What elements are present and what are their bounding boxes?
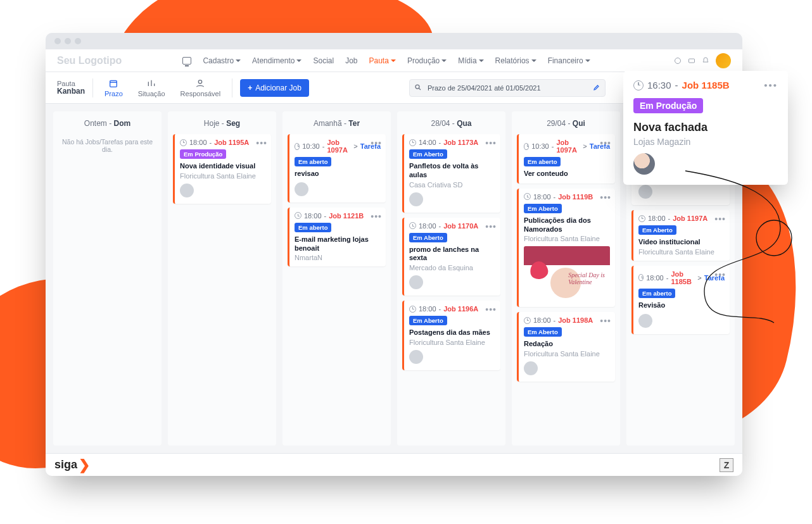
assignee-avatar[interactable] bbox=[638, 185, 652, 199]
job-time: 18:00 bbox=[304, 212, 322, 220]
job-title: Nova identidade visual bbox=[180, 162, 266, 171]
kanban-column: 28/04 - Qua14:00 - Job 1173A•••Em Aberto… bbox=[397, 111, 505, 446]
page-title: Pauta Kanban bbox=[57, 80, 85, 96]
view-responsavel-button[interactable]: Responsável bbox=[177, 78, 225, 97]
status-badge: Em Produção bbox=[180, 149, 226, 159]
edit-search-icon[interactable] bbox=[593, 84, 600, 92]
z-badge[interactable]: Z bbox=[720, 458, 733, 472]
card-menu-icon[interactable]: ••• bbox=[600, 316, 611, 326]
column-empty-message: Não há Jobs/Tarefas para este dia. bbox=[58, 134, 156, 153]
assignee-avatar[interactable] bbox=[638, 314, 652, 328]
brand-logo: siga ❯ bbox=[54, 457, 90, 473]
bell-icon[interactable] bbox=[702, 57, 709, 65]
menu-label: Job bbox=[345, 56, 357, 65]
card-menu-icon[interactable]: ••• bbox=[485, 138, 497, 148]
job-card[interactable]: 18:00 - Job 1185B > Tarefa•••Em abertoRe… bbox=[631, 266, 730, 334]
card-menu-icon[interactable]: ••• bbox=[600, 138, 611, 148]
card-menu-icon[interactable]: ••• bbox=[764, 80, 778, 90]
job-time: 18:00 bbox=[648, 215, 666, 222]
page-view: Kanban bbox=[57, 87, 85, 96]
chevron-down-icon bbox=[585, 59, 590, 62]
statusbar: siga ❯ Z bbox=[46, 453, 742, 476]
view-label: Prazo bbox=[105, 90, 123, 97]
job-card[interactable]: 10:30 - Job 1097A > Tarefa•••Em abertore… bbox=[288, 134, 386, 203]
job-card[interactable]: 10:30 - Job 1097A > Tarefa•••Em abertoVe… bbox=[517, 134, 615, 184]
job-client: Floricultura Santa Elaine bbox=[524, 350, 610, 358]
card-menu-icon[interactable]: ••• bbox=[371, 211, 382, 221]
dash: - bbox=[675, 80, 678, 90]
add-job-button[interactable]: + Adicionar Job bbox=[240, 79, 309, 97]
status-badge: Em Aberto bbox=[409, 233, 447, 242]
job-time: 18:00 bbox=[189, 139, 207, 146]
chevron-down-icon bbox=[296, 59, 301, 62]
job-client: Mercado da Esquina bbox=[409, 264, 495, 271]
job-time: 18:00 bbox=[419, 222, 436, 230]
card-header: 18:00 - Job 1197A bbox=[638, 215, 725, 222]
job-card[interactable]: 18:00 - Job 1119B•••Em AbertoPublicações… bbox=[517, 189, 615, 308]
assignee-avatar[interactable] bbox=[295, 182, 308, 196]
status-badge: Em Aberto bbox=[524, 327, 562, 337]
card-menu-icon[interactable]: ••• bbox=[485, 304, 497, 315]
job-time: 10:30 bbox=[531, 142, 549, 150]
job-title: promo de lanches na sexta bbox=[409, 246, 495, 263]
highlighted-job-card[interactable]: 16:30 - Job 1185B ••• Em Produção Nova f… bbox=[623, 71, 788, 185]
assignee-avatar[interactable] bbox=[180, 184, 194, 197]
menu-item-social[interactable]: Social bbox=[313, 56, 334, 65]
menu-item-job[interactable]: Job bbox=[345, 56, 357, 65]
job-card[interactable]: 18:00 - Job 1195A•••Em ProduçãoNova iden… bbox=[173, 134, 271, 204]
window-titlebar bbox=[46, 33, 742, 49]
view-prazo-button[interactable]: Prazo bbox=[101, 78, 127, 97]
column-header: 29/04 - Qui bbox=[517, 116, 615, 134]
menu-label: Atendimento bbox=[252, 56, 295, 65]
menubar-items: CadastroAtendimentoSocialJobPautaProduçã… bbox=[182, 56, 590, 65]
assignee-avatar[interactable] bbox=[409, 192, 423, 206]
assignee-avatar[interactable] bbox=[524, 361, 538, 375]
job-id: Job 1185B bbox=[682, 80, 730, 90]
assignee-avatar[interactable] bbox=[633, 153, 655, 175]
card-menu-icon[interactable]: ••• bbox=[714, 214, 726, 224]
job-client: Floricultura Santa Elaine bbox=[638, 248, 725, 256]
job-time: 18:00 bbox=[419, 305, 436, 313]
assignee-avatar[interactable] bbox=[409, 275, 423, 289]
clock-icon bbox=[638, 215, 645, 222]
menu-item-produção[interactable]: Produção bbox=[407, 56, 447, 65]
menu-item-relatórios[interactable]: Relatórios bbox=[495, 56, 536, 65]
menu-item-cadastro[interactable]: Cadastro bbox=[203, 56, 241, 65]
search-input[interactable]: Prazo de 25/04/2021 até 01/05/2021 bbox=[409, 79, 606, 97]
svg-point-3 bbox=[199, 80, 202, 83]
job-id: Job 1195A bbox=[214, 139, 249, 146]
window-dot bbox=[75, 38, 81, 44]
card-header: 18:00 - Job 1170A bbox=[409, 222, 495, 230]
job-card[interactable]: 18:00 - Job 1198A•••Em AbertoRedaçãoFlor… bbox=[517, 312, 615, 382]
search-value: Prazo de 25/04/2021 até 01/05/2021 bbox=[428, 84, 541, 92]
view-label: Responsável bbox=[181, 90, 221, 97]
card-menu-icon[interactable]: ••• bbox=[371, 138, 382, 148]
card-menu-icon[interactable]: ••• bbox=[600, 192, 611, 203]
card-menu-icon[interactable]: ••• bbox=[485, 221, 497, 232]
search-icon bbox=[414, 84, 422, 92]
job-card[interactable]: 14:00 - Job 1173A•••Em AbertoPanfletos d… bbox=[402, 134, 500, 213]
status-badge: Em Aberto bbox=[409, 316, 447, 325]
card-menu-icon[interactable]: ••• bbox=[256, 138, 267, 148]
assignee-avatar[interactable] bbox=[409, 350, 423, 364]
job-title: Nova fachada bbox=[633, 121, 778, 134]
monitor-icon[interactable] bbox=[182, 57, 191, 65]
job-card[interactable]: 18:00 - Job 1197A•••Em AbertoVideo insti… bbox=[631, 210, 730, 261]
view-situacao-button[interactable]: Situação bbox=[134, 78, 169, 97]
clock-icon bbox=[638, 274, 644, 281]
mail-icon[interactable] bbox=[688, 57, 695, 65]
svg-rect-1 bbox=[689, 59, 695, 63]
menu-item-pauta[interactable]: Pauta bbox=[369, 56, 396, 65]
job-card[interactable]: 18:00 - Job 1196A•••Em AbertoPostagens d… bbox=[402, 301, 500, 370]
menu-item-atendimento[interactable]: Atendimento bbox=[252, 56, 301, 65]
job-card[interactable]: 18:00 - Job 1170A•••Em Abertopromo de la… bbox=[402, 218, 500, 296]
menu-item-financeiro[interactable]: Financeiro bbox=[548, 56, 590, 65]
job-card[interactable]: 18:00 - Job 1121B•••Em abertoE-mail mark… bbox=[288, 208, 386, 267]
card-menu-icon[interactable]: ••• bbox=[714, 270, 726, 280]
menu-item-mídia[interactable]: Mídia bbox=[458, 56, 483, 65]
user-avatar[interactable] bbox=[716, 53, 731, 68]
separator bbox=[232, 78, 232, 97]
status-badge: Em aberto bbox=[295, 157, 331, 166]
job-title: revisao bbox=[295, 170, 381, 178]
chat-icon[interactable] bbox=[674, 57, 682, 65]
